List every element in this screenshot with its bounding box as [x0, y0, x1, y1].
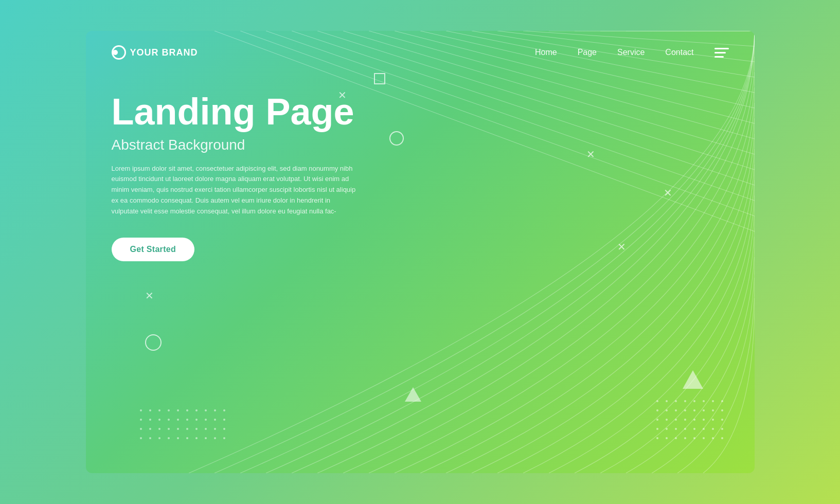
hero-body: Lorem ipsum dolor sit amet, consectetuer…: [112, 164, 359, 217]
cta-button[interactable]: Get Started: [112, 238, 195, 261]
landing-page: YOUR BRAND Home Page Service Contact Lan…: [86, 31, 755, 473]
hero-title: Landing Page: [112, 93, 359, 132]
hamburger-menu-icon[interactable]: [714, 48, 729, 58]
deco-x-4: ✕: [617, 242, 626, 252]
deco-circle-2: [145, 334, 162, 353]
nav-home[interactable]: Home: [535, 48, 557, 57]
deco-triangle-2: [683, 370, 703, 391]
dots-grid-left: [140, 409, 228, 442]
nav-contact[interactable]: Contact: [665, 48, 693, 57]
deco-square-1: [374, 73, 385, 86]
brand-icon: [112, 45, 126, 60]
deco-circle-1: [389, 131, 404, 148]
deco-x-2: ✕: [586, 149, 595, 159]
nav-links: Home Page Service Contact: [535, 48, 729, 58]
deco-x-3: ✕: [664, 188, 672, 198]
navbar: YOUR BRAND Home Page Service Contact: [86, 31, 755, 74]
deco-triangle-1: [405, 387, 421, 404]
nav-service[interactable]: Service: [617, 48, 645, 57]
nav-page[interactable]: Page: [578, 48, 597, 57]
dots-grid-right: [656, 400, 726, 442]
deco-x-5: ✕: [145, 291, 154, 301]
hero-content: Landing Page Abstract Background Lorem i…: [112, 93, 359, 261]
brand-logo: YOUR BRAND: [112, 45, 198, 60]
hero-subtitle: Abstract Background: [112, 137, 359, 153]
brand-name: YOUR BRAND: [130, 47, 198, 58]
